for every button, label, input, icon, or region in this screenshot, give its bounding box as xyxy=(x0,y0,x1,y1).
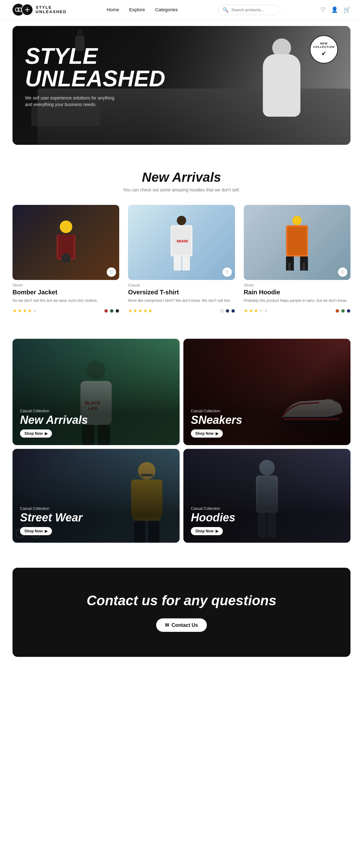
svg-rect-13 xyxy=(174,256,181,271)
product-image-bg xyxy=(12,205,119,280)
product-colors-hoodie xyxy=(335,309,351,313)
collection-content-new-arrivals: Casual Collection New Arrivals Shop Now … xyxy=(12,401,180,445)
logo[interactable]: STYLE UNLEASHED xyxy=(12,4,67,16)
wishlist-btn-tshirt[interactable]: ♡ xyxy=(222,268,232,277)
color-dot-orange[interactable] xyxy=(335,309,339,313)
section-title: New Arrivals xyxy=(12,170,351,185)
svg-rect-14 xyxy=(182,256,190,271)
color-dot-green[interactable] xyxy=(110,309,114,313)
nav-home[interactable]: Home xyxy=(107,7,119,12)
collection-category: Casual Collection xyxy=(20,409,172,413)
product-colors-tshirt xyxy=(220,309,235,313)
product-desc-hoodie: Probably this product helps people in ra… xyxy=(244,298,351,303)
navbar: STYLE UNLEASHED Home Explore Categories … xyxy=(0,0,363,20)
product-name-bomber: Bomber Jacket xyxy=(12,289,119,296)
svg-point-5 xyxy=(60,220,72,233)
product-colors-bomber xyxy=(104,309,119,313)
shop-now-btn-hoodies[interactable]: Shop Now ▶ xyxy=(191,527,223,535)
color-dot-red[interactable] xyxy=(104,309,108,313)
search-input[interactable] xyxy=(231,7,276,12)
color-dot-black[interactable] xyxy=(116,309,119,313)
svg-rect-20 xyxy=(288,263,291,271)
cart-icon[interactable]: 🛒 xyxy=(343,6,351,13)
collection-name-hoodies: Hoodies xyxy=(191,512,343,523)
product-image-hoodie: ♡ xyxy=(244,205,351,280)
brand-unleashed: UNLEASHED xyxy=(36,10,67,14)
hero-section: Style Unleashed We sell user experience … xyxy=(12,26,351,145)
hero-subtitle: We sell user experience solutions for an… xyxy=(25,95,119,108)
products-grid: ♡ Street Bomber Jacket No we don't sell … xyxy=(12,205,351,314)
collection-card-street[interactable]: Casual Collection Street Wear Shop Now ▶ xyxy=(12,449,180,543)
product-name-tshirt: Oversized T-shirt xyxy=(128,289,235,296)
product-desc-tshirt: More like overprized t-shirt? We don't k… xyxy=(128,298,235,303)
svg-rect-17 xyxy=(288,227,306,255)
nav-links: Home Explore Categories xyxy=(107,7,178,12)
brand-name: STYLE UNLEASHED xyxy=(36,5,67,14)
color-dot-navy[interactable] xyxy=(225,309,230,313)
product-image-tshirt: BRAND ♡ xyxy=(128,205,235,280)
product-stars-bomber: ★ ★ ★ ★ ★ xyxy=(12,308,37,314)
new-arrivals-section: New Arrivals You can check out some amaz… xyxy=(0,151,363,333)
arrow-right-icon-3: ▶ xyxy=(45,529,48,533)
contact-button[interactable]: ✉ Contact Us xyxy=(156,618,207,632)
svg-rect-21 xyxy=(303,263,305,271)
section-subtitle: You can check out some amazing hoodies t… xyxy=(12,187,351,192)
account-icon[interactable]: 👤 xyxy=(331,6,338,13)
hero-content: Style Unleashed We sell user experience … xyxy=(12,26,351,127)
color-dot-blue[interactable] xyxy=(231,309,235,313)
arrow-right-icon: ▶ xyxy=(45,431,48,436)
nav-categories[interactable]: Categories xyxy=(155,7,178,12)
collection-section: BLACK LIFE Casual Collection New Arrival… xyxy=(0,333,363,561)
product-desc-bomber: No we don't sell this but we wear such c… xyxy=(12,298,119,303)
contact-section: Contact us for any questions ✉ Contact U… xyxy=(12,568,351,657)
nav-icon-group: ♡ 👤 🛒 xyxy=(321,6,351,13)
nav-explore[interactable]: Explore xyxy=(129,7,145,12)
contact-title: Contact us for any questions xyxy=(25,593,338,609)
product-category-bomber: Street xyxy=(12,283,119,287)
product-category-hoodie: Street xyxy=(244,283,351,287)
collection-card-new-arrivals[interactable]: BLACK LIFE Casual Collection New Arrival… xyxy=(12,339,180,445)
arrow-right-icon-4: ▶ xyxy=(216,529,218,533)
product-image-bg-hoodie xyxy=(244,205,351,280)
svg-point-15 xyxy=(292,216,302,225)
product-footer-tshirt: ★ ★ ★ ★ ★ xyxy=(128,305,235,314)
product-footer-hoodie: ★ ★ ★ ★ ★ xyxy=(244,305,351,314)
collection-category-hoodies: Casual Collection xyxy=(191,506,343,511)
product-card-tshirt[interactable]: BRAND ♡ Casual Oversized T-shirt More li… xyxy=(128,205,235,314)
product-card-hoodie[interactable]: ♡ Street Rain Hoodie Probably this produ… xyxy=(244,205,351,314)
wishlist-btn-hoodie[interactable]: ♡ xyxy=(338,268,347,277)
collection-category-street: Casual Collection xyxy=(20,506,172,511)
collection-content-street: Casual Collection Street Wear Shop Now ▶ xyxy=(12,499,180,543)
email-icon: ✉ xyxy=(165,622,169,628)
product-stars-tshirt: ★ ★ ★ ★ ★ xyxy=(128,308,152,314)
collection-card-hoodies[interactable]: Casual Collection Hoodies Shop Now ▶ xyxy=(183,449,351,543)
search-icon: 🔍 xyxy=(222,7,229,13)
color-dot-blue2[interactable] xyxy=(347,309,351,313)
product-card-bomber[interactable]: ♡ Street Bomber Jacket No we don't sell … xyxy=(12,205,119,314)
shop-now-btn-street[interactable]: Shop Now ▶ xyxy=(20,527,52,535)
svg-point-8 xyxy=(61,253,71,263)
arrow-right-icon-2: ▶ xyxy=(216,431,218,436)
section-header: New Arrivals You can check out some amaz… xyxy=(12,170,351,192)
product-name-hoodie: Rain Hoodie xyxy=(244,289,351,296)
collection-grid: BLACK LIFE Casual Collection New Arrival… xyxy=(12,339,351,543)
hero-title: Style Unleashed xyxy=(25,45,338,90)
product-category-tshirt: Casual xyxy=(128,283,235,287)
color-dot-white[interactable] xyxy=(220,309,224,313)
brand-style: STYLE xyxy=(36,5,67,10)
svg-point-9 xyxy=(177,216,186,225)
product-image-bomber: ♡ xyxy=(12,205,119,280)
shop-now-btn-new-arrivals[interactable]: Shop Now ▶ xyxy=(20,430,52,438)
shop-now-btn-sneakers[interactable]: Shop Now ▶ xyxy=(191,430,223,438)
product-image-bg-tshirt: BRAND xyxy=(128,205,235,280)
wishlist-icon[interactable]: ♡ xyxy=(321,6,326,13)
collection-content-sneakers: Casual Collection SNeakers Shop Now ▶ xyxy=(183,401,351,445)
collection-name-street: Street Wear xyxy=(20,512,172,523)
product-stars-hoodie: ★ ★ ★ ★ ★ xyxy=(244,308,268,314)
collection-card-sneakers[interactable]: Casual Collection SNeakers Shop Now ▶ xyxy=(183,339,351,445)
collection-category-sneakers: Casual Collection xyxy=(191,409,343,413)
color-dot-green2[interactable] xyxy=(341,309,345,313)
search-bar[interactable]: 🔍 xyxy=(218,5,280,15)
product-footer-bomber: ★ ★ ★ ★ ★ xyxy=(12,305,119,314)
collection-name-new-arrivals: New Arrivals xyxy=(20,414,172,426)
